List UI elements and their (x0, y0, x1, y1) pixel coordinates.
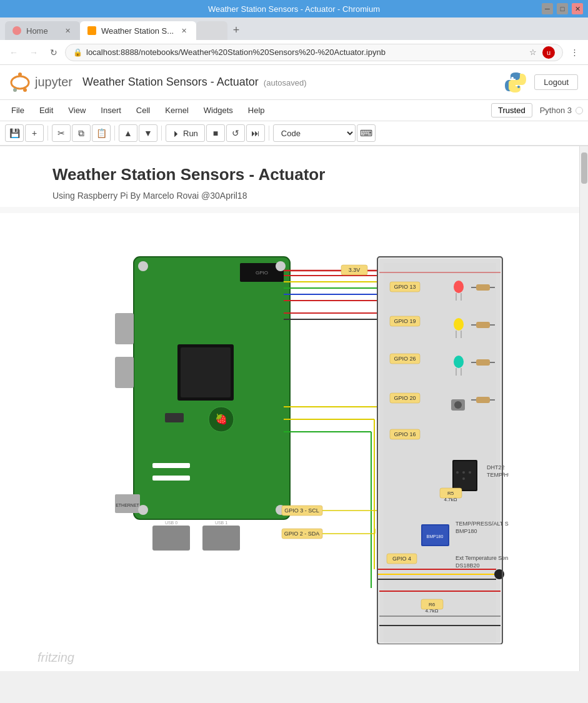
cell-type-select[interactable]: Code Markdown Raw NBConvert (273, 124, 356, 142)
svg-point-3 (23, 88, 27, 92)
content-wrapper: Weather Station Sensors - Actuator Using… (0, 146, 588, 671)
svg-rect-96 (454, 461, 476, 490)
title-cell: Weather Station Sensors - Actuator Using… (0, 146, 579, 207)
jupyter-header-right: Logout (504, 71, 578, 94)
extensions-icon[interactable]: u (542, 46, 555, 59)
forward-button[interactable]: → (25, 44, 42, 61)
svg-point-0 (11, 76, 29, 89)
svg-rect-14 (152, 526, 190, 551)
svg-point-1 (18, 72, 22, 76)
svg-point-100 (462, 477, 465, 480)
svg-point-5 (517, 86, 520, 88)
notebook-area[interactable]: Weather Station Sensors - Actuator Using… (0, 146, 579, 671)
maximize-button[interactable]: □ (557, 3, 568, 14)
tab-home-close[interactable]: ✕ (62, 26, 72, 36)
logout-button[interactable]: Logout (534, 74, 578, 90)
svg-rect-83 (476, 284, 490, 291)
add-cell-button[interactable]: + (25, 124, 44, 142)
notebook-favicon (87, 26, 96, 35)
fast-forward-button[interactable]: ⏭ (246, 124, 265, 142)
restart-button[interactable]: ↺ (226, 124, 245, 142)
tab-notebook-label: Weather Station S... (101, 26, 174, 36)
run-button[interactable]: ⏵ Run (166, 124, 205, 142)
fritzing-credit: fritzing (12, 644, 567, 665)
svg-text:USB 0: USB 0 (164, 521, 177, 525)
menu-file[interactable]: File (5, 103, 31, 117)
diagram-cell: GPIO ETHERNET 🍓 (0, 213, 579, 671)
back-button[interactable]: ← (5, 44, 22, 61)
tab-new-placeholder (196, 21, 227, 40)
toolbar-separator-1 (47, 126, 48, 141)
svg-point-2 (13, 88, 17, 92)
svg-text:3.3V: 3.3V (348, 267, 360, 273)
scrollbar-thumb[interactable] (581, 152, 587, 184)
notebook-main-title: Weather Station Sensors - Actuator (52, 165, 554, 184)
toolbar-separator-4 (269, 126, 269, 141)
svg-text:GPIO 13: GPIO 13 (394, 284, 416, 290)
svg-text:USB 1: USB 1 (214, 521, 227, 525)
svg-point-98 (462, 471, 465, 474)
svg-text:BMP180: BMP180 (456, 528, 477, 534)
svg-rect-20 (165, 413, 184, 422)
chrome-menu-button[interactable]: ⋮ (566, 44, 583, 61)
scrollbar-track[interactable] (579, 146, 588, 671)
svg-point-97 (456, 471, 459, 474)
notebook-name-header: Weather Station Sensors - Actuator (auto… (82, 76, 306, 89)
url-text: localhost:8888/notebooks/Weather%20Stati… (86, 47, 524, 57)
autosaved-label: (autosaved) (264, 78, 307, 87)
jupyter-header: jupyter Weather Station Sensors - Actuat… (0, 65, 588, 100)
run-label: Run (183, 129, 198, 138)
move-up-button[interactable]: ▲ (119, 124, 137, 142)
tab-home-label: Home (26, 26, 48, 36)
menu-widgets[interactable]: Widgets (197, 103, 239, 117)
tab-notebook-close[interactable]: ✕ (179, 26, 189, 36)
bookmark-icon[interactable]: ☆ (527, 47, 539, 58)
svg-point-82 (454, 401, 462, 409)
svg-text:GPIO 19: GPIO 19 (394, 318, 416, 324)
svg-rect-11 (115, 357, 134, 388)
svg-text:GPIO: GPIO (255, 270, 267, 276)
reload-button[interactable]: ↻ (45, 44, 62, 61)
titlebar-title: Weather Station Sensors - Actuator - Chr… (208, 4, 380, 14)
menu-kernel[interactable]: Kernel (159, 103, 195, 117)
menu-help[interactable]: Help (242, 103, 271, 117)
svg-point-75 (454, 318, 464, 331)
svg-text:GPIO 20: GPIO 20 (394, 395, 416, 401)
menu-cell[interactable]: Cell (130, 103, 156, 117)
svg-rect-89 (476, 359, 490, 366)
jupyter-logo: jupyter (10, 72, 72, 92)
tab-home[interactable]: Home ✕ (5, 21, 80, 40)
svg-text:GPIO 16: GPIO 16 (394, 431, 416, 437)
addressbar: ← → ↻ 🔒 localhost:8888/notebooks/Weather… (0, 40, 588, 65)
new-tab-button[interactable]: + (227, 21, 245, 39)
paste-button[interactable]: 📋 (92, 124, 111, 142)
python-logo-icon (504, 71, 527, 94)
svg-point-23 (138, 261, 148, 271)
svg-text:GPIO 3 - SCL: GPIO 3 - SCL (284, 507, 319, 514)
address-field[interactable]: 🔒 localhost:8888/notebooks/Weather%20Sta… (65, 44, 563, 61)
toolbar-separator-3 (161, 126, 162, 141)
svg-point-99 (469, 471, 471, 474)
copy-button[interactable]: ⧉ (72, 124, 91, 142)
move-down-button[interactable]: ▼ (139, 124, 157, 142)
menu-edit[interactable]: Edit (33, 103, 59, 117)
titlebar-controls[interactable]: ─ □ ✕ (542, 3, 583, 14)
menubar: File Edit View Insert Cell Kernel Widget… (0, 100, 588, 121)
svg-point-4 (511, 77, 514, 79)
lock-icon: 🔒 (73, 48, 82, 57)
stop-button[interactable]: ■ (206, 124, 225, 142)
menu-insert[interactable]: Insert (94, 103, 127, 117)
keyboard-shortcuts-button[interactable]: ⌨ (357, 124, 376, 142)
close-button[interactable]: ✕ (572, 3, 583, 14)
menu-view[interactable]: View (62, 103, 92, 117)
address-icons: ☆ u (527, 46, 555, 59)
run-icon: ⏵ (172, 129, 181, 138)
tab-notebook[interactable]: Weather Station S... ✕ (80, 21, 196, 40)
save-button[interactable]: 💾 (5, 124, 24, 142)
tabbar: Home ✕ Weather Station S... ✕ + (0, 17, 588, 40)
trusted-button[interactable]: Trusted (491, 103, 532, 117)
svg-point-24 (276, 261, 286, 271)
cut-button[interactable]: ✂ (52, 124, 71, 142)
minimize-button[interactable]: ─ (542, 3, 553, 14)
svg-text:4.7kΩ: 4.7kΩ (444, 497, 457, 502)
